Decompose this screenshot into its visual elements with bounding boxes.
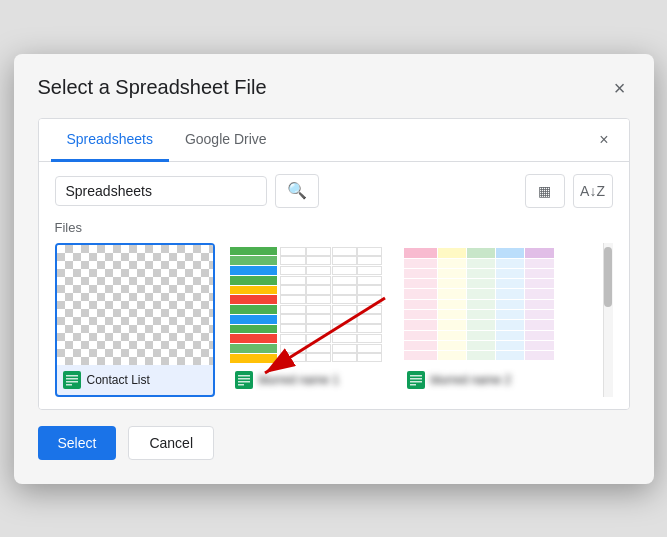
outer-dialog: Select a Spreadsheet File × Spreadsheets… xyxy=(14,54,654,484)
svg-rect-4 xyxy=(66,378,78,380)
files-label: Files xyxy=(55,220,613,235)
file-name-1: Contact List xyxy=(87,373,150,387)
tab-google-drive[interactable]: Google Drive xyxy=(169,119,283,162)
svg-rect-3 xyxy=(66,375,78,377)
svg-rect-6 xyxy=(66,384,72,386)
search-button[interactable]: 🔍 xyxy=(275,174,319,208)
svg-rect-15 xyxy=(410,381,422,383)
search-icon: 🔍 xyxy=(287,181,307,200)
cancel-button[interactable]: Cancel xyxy=(128,426,214,460)
sheets-icon-2 xyxy=(235,371,253,389)
search-box[interactable]: Spreadsheets xyxy=(55,176,267,206)
svg-rect-16 xyxy=(410,384,416,386)
file-thumb-2 xyxy=(229,245,385,365)
colored-preview xyxy=(229,245,385,365)
scrollbar-track[interactable] xyxy=(603,243,613,397)
svg-rect-14 xyxy=(410,378,422,380)
select-button[interactable]: Select xyxy=(38,426,117,460)
svg-rect-10 xyxy=(238,381,250,383)
sheets-icon-3 xyxy=(407,371,425,389)
bottom-buttons: Select Cancel xyxy=(38,410,630,460)
svg-rect-13 xyxy=(410,375,422,377)
color-bars xyxy=(229,245,279,365)
search-value: Spreadsheets xyxy=(66,183,256,199)
sort-icon: A↓Z xyxy=(580,183,605,199)
svg-rect-11 xyxy=(238,384,244,386)
grid-view-button[interactable]: ▦ xyxy=(525,174,565,208)
checker-pattern xyxy=(57,245,213,365)
file-name-row-3: blurred name 2 xyxy=(401,365,557,395)
file-card-3[interactable]: blurred name 2 xyxy=(399,243,559,397)
toolbar-row: Spreadsheets 🔍 ▦ A↓Z xyxy=(39,162,629,220)
file-name-3: blurred name 2 xyxy=(431,373,512,387)
grid-preview xyxy=(278,245,384,365)
svg-rect-7 xyxy=(235,371,253,389)
svg-rect-5 xyxy=(66,381,78,383)
svg-rect-12 xyxy=(407,371,425,389)
tabs-row: Spreadsheets Google Drive × xyxy=(39,119,629,162)
sort-button[interactable]: A↓Z xyxy=(573,174,613,208)
svg-rect-8 xyxy=(238,375,250,377)
scrollbar-thumb[interactable] xyxy=(604,247,612,307)
svg-rect-2 xyxy=(63,371,81,389)
table-preview xyxy=(401,245,557,365)
file-name-row-2: blurred name 1 xyxy=(229,365,385,395)
file-name-2: blurred name 1 xyxy=(259,373,340,387)
file-card-contact-list[interactable]: Contact List xyxy=(55,243,215,397)
outer-header: Select a Spreadsheet File × xyxy=(38,74,630,102)
file-thumb-3 xyxy=(401,245,557,365)
grid-icon: ▦ xyxy=(538,183,551,199)
file-thumb-1 xyxy=(57,245,213,365)
files-area: Files xyxy=(39,220,629,409)
dialog-title: Select a Spreadsheet File xyxy=(38,76,267,99)
sheets-icon-1 xyxy=(63,371,81,389)
file-card-2[interactable]: blurred name 1 xyxy=(227,243,387,397)
files-grid: Contact List xyxy=(55,243,613,397)
outer-close-button[interactable]: × xyxy=(610,74,630,102)
inner-close-button[interactable]: × xyxy=(591,127,616,153)
tab-spreadsheets[interactable]: Spreadsheets xyxy=(51,119,169,162)
inner-dialog: Spreadsheets Google Drive × Spreadsheets… xyxy=(38,118,630,410)
file-name-row-1: Contact List xyxy=(57,365,213,395)
svg-rect-9 xyxy=(238,378,250,380)
